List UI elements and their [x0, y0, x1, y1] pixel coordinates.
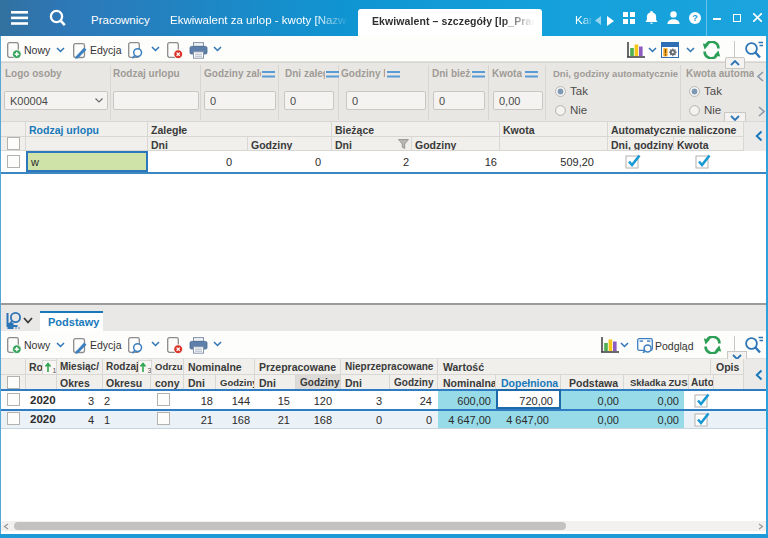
svg-text:?: ? — [692, 13, 698, 23]
svg-text:3: 3 — [148, 367, 152, 374]
svg-text:1: 1 — [53, 367, 57, 374]
